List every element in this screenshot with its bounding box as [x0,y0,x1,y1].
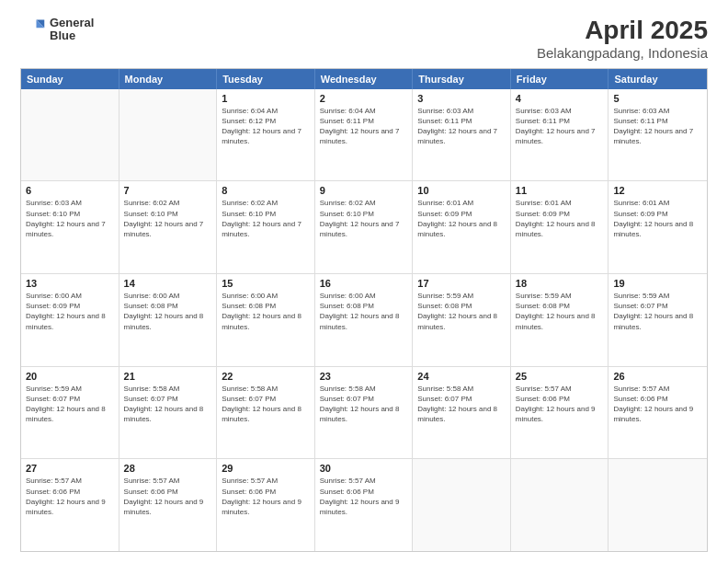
calendar-cell: 16Sunrise: 6:00 AM Sunset: 6:08 PM Dayli… [315,274,414,366]
calendar-body: 1Sunrise: 6:04 AM Sunset: 6:12 PM Daylig… [21,89,707,551]
calendar-cell: 13Sunrise: 6:00 AM Sunset: 6:09 PM Dayli… [21,274,119,366]
day-number: 25 [516,371,604,382]
calendar-header: SundayMondayTuesdayWednesdayThursdayFrid… [21,69,707,89]
calendar-row: 6Sunrise: 6:03 AM Sunset: 6:10 PM Daylig… [21,181,707,274]
day-info: Sunrise: 6:01 AM Sunset: 6:09 PM Dayligh… [417,198,506,239]
day-number: 11 [516,185,604,196]
calendar-cell: 29Sunrise: 5:57 AM Sunset: 6:06 PM Dayli… [217,459,315,551]
calendar-cell: 6Sunrise: 6:03 AM Sunset: 6:10 PM Daylig… [21,181,119,273]
day-number: 3 [417,93,506,104]
header: General Blue April 2025 Belakangpadang, … [20,17,708,61]
day-info: Sunrise: 5:57 AM Sunset: 6:06 PM Dayligh… [124,476,212,517]
day-info: Sunrise: 6:03 AM Sunset: 6:11 PM Dayligh… [516,106,604,147]
day-info: Sunrise: 5:57 AM Sunset: 6:06 PM Dayligh… [516,384,604,425]
logo-text: General Blue [50,17,94,43]
day-info: Sunrise: 6:00 AM Sunset: 6:08 PM Dayligh… [124,291,212,332]
day-number: 13 [26,278,114,289]
day-number: 16 [320,278,408,289]
weekday-header: Thursday [413,69,511,89]
day-info: Sunrise: 6:01 AM Sunset: 6:09 PM Dayligh… [613,198,702,239]
day-info: Sunrise: 6:02 AM Sunset: 6:10 PM Dayligh… [320,198,408,239]
day-number: 8 [222,185,310,196]
calendar-cell [511,459,609,551]
calendar-cell [609,459,707,551]
calendar-cell: 14Sunrise: 6:00 AM Sunset: 6:08 PM Dayli… [119,274,218,366]
day-info: Sunrise: 5:57 AM Sunset: 6:06 PM Dayligh… [26,476,114,517]
day-info: Sunrise: 5:59 AM Sunset: 6:07 PM Dayligh… [26,384,114,425]
page-title: April 2025 [537,17,708,45]
day-number: 5 [613,93,702,104]
calendar-cell: 19Sunrise: 5:59 AM Sunset: 6:07 PM Dayli… [609,274,707,366]
day-number: 24 [417,371,506,382]
calendar: SundayMondayTuesdayWednesdayThursdayFrid… [20,68,708,552]
weekday-header: Wednesday [315,69,414,89]
day-info: Sunrise: 6:00 AM Sunset: 6:08 PM Dayligh… [222,291,310,332]
day-info: Sunrise: 6:03 AM Sunset: 6:11 PM Dayligh… [613,106,702,147]
calendar-cell [413,459,511,551]
calendar-cell: 20Sunrise: 5:59 AM Sunset: 6:07 PM Dayli… [21,367,119,459]
day-info: Sunrise: 6:01 AM Sunset: 6:09 PM Dayligh… [516,198,604,239]
calendar-cell: 30Sunrise: 5:57 AM Sunset: 6:06 PM Dayli… [315,459,414,551]
calendar-cell: 9Sunrise: 6:02 AM Sunset: 6:10 PM Daylig… [315,181,414,273]
calendar-cell: 27Sunrise: 5:57 AM Sunset: 6:06 PM Dayli… [21,459,119,551]
page: General Blue April 2025 Belakangpadang, … [0,0,728,563]
calendar-cell: 12Sunrise: 6:01 AM Sunset: 6:09 PM Dayli… [609,181,707,273]
day-number: 17 [417,278,506,289]
calendar-cell: 4Sunrise: 6:03 AM Sunset: 6:11 PM Daylig… [511,89,609,181]
day-number: 7 [124,185,212,196]
day-number: 19 [613,278,702,289]
day-info: Sunrise: 5:59 AM Sunset: 6:07 PM Dayligh… [613,291,702,332]
day-number: 30 [320,463,408,474]
calendar-cell [119,89,218,181]
day-number: 26 [613,371,702,382]
calendar-cell: 18Sunrise: 5:59 AM Sunset: 6:08 PM Dayli… [511,274,609,366]
calendar-cell: 17Sunrise: 5:59 AM Sunset: 6:08 PM Dayli… [413,274,511,366]
day-number: 4 [516,93,604,104]
day-info: Sunrise: 6:02 AM Sunset: 6:10 PM Dayligh… [124,198,212,239]
day-info: Sunrise: 6:00 AM Sunset: 6:08 PM Dayligh… [320,291,408,332]
calendar-cell: 7Sunrise: 6:02 AM Sunset: 6:10 PM Daylig… [119,181,218,273]
calendar-cell: 24Sunrise: 5:58 AM Sunset: 6:07 PM Dayli… [413,367,511,459]
calendar-cell: 21Sunrise: 5:58 AM Sunset: 6:07 PM Dayli… [119,367,218,459]
day-info: Sunrise: 5:57 AM Sunset: 6:06 PM Dayligh… [222,476,310,517]
calendar-cell: 5Sunrise: 6:03 AM Sunset: 6:11 PM Daylig… [609,89,707,181]
day-info: Sunrise: 6:03 AM Sunset: 6:11 PM Dayligh… [417,106,506,147]
day-number: 2 [320,93,408,104]
day-info: Sunrise: 5:58 AM Sunset: 6:07 PM Dayligh… [222,384,310,425]
weekday-header: Monday [119,69,218,89]
day-number: 22 [222,371,310,382]
day-number: 10 [417,185,506,196]
calendar-row: 27Sunrise: 5:57 AM Sunset: 6:06 PM Dayli… [21,459,707,551]
weekday-header: Saturday [609,69,707,89]
day-info: Sunrise: 5:59 AM Sunset: 6:08 PM Dayligh… [417,291,506,332]
day-info: Sunrise: 5:58 AM Sunset: 6:07 PM Dayligh… [320,384,408,425]
day-info: Sunrise: 6:00 AM Sunset: 6:09 PM Dayligh… [26,291,114,332]
day-info: Sunrise: 6:02 AM Sunset: 6:10 PM Dayligh… [222,198,310,239]
calendar-cell: 1Sunrise: 6:04 AM Sunset: 6:12 PM Daylig… [217,89,315,181]
calendar-cell: 15Sunrise: 6:00 AM Sunset: 6:08 PM Dayli… [217,274,315,366]
day-number: 29 [222,463,310,474]
day-number: 20 [26,371,114,382]
calendar-cell: 28Sunrise: 5:57 AM Sunset: 6:06 PM Dayli… [119,459,218,551]
day-info: Sunrise: 5:57 AM Sunset: 6:06 PM Dayligh… [613,384,702,425]
title-block: April 2025 Belakangpadang, Indonesia [537,17,708,61]
calendar-row: 20Sunrise: 5:59 AM Sunset: 6:07 PM Dayli… [21,367,707,460]
logo-line2: Blue [50,29,94,42]
logo: General Blue [20,17,94,43]
day-info: Sunrise: 6:04 AM Sunset: 6:11 PM Dayligh… [320,106,408,147]
day-number: 1 [222,93,310,104]
day-number: 9 [320,185,408,196]
weekday-header: Tuesday [217,69,315,89]
weekday-header: Friday [511,69,609,89]
day-info: Sunrise: 5:58 AM Sunset: 6:07 PM Dayligh… [417,384,506,425]
day-number: 12 [613,185,702,196]
calendar-cell: 11Sunrise: 6:01 AM Sunset: 6:09 PM Dayli… [511,181,609,273]
day-number: 28 [124,463,212,474]
calendar-cell: 26Sunrise: 5:57 AM Sunset: 6:06 PM Dayli… [609,367,707,459]
calendar-cell: 3Sunrise: 6:03 AM Sunset: 6:11 PM Daylig… [413,89,511,181]
day-number: 18 [516,278,604,289]
page-subtitle: Belakangpadang, Indonesia [537,45,708,61]
day-info: Sunrise: 6:04 AM Sunset: 6:12 PM Dayligh… [222,106,310,147]
calendar-cell [21,89,119,181]
calendar-cell: 22Sunrise: 5:58 AM Sunset: 6:07 PM Dayli… [217,367,315,459]
